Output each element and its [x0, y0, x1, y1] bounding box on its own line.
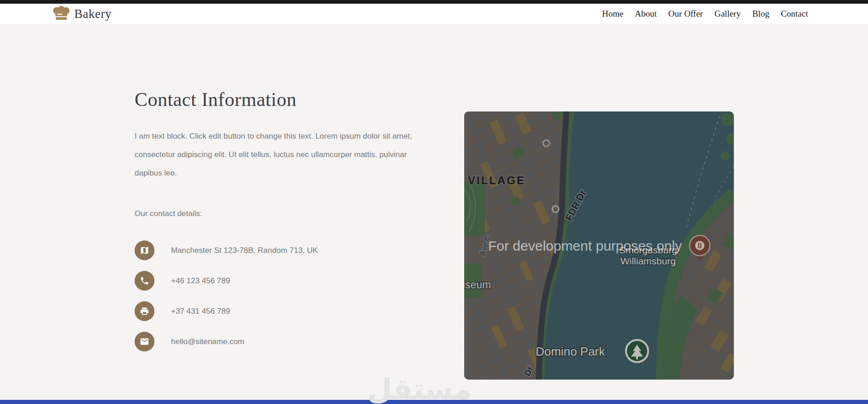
phone-icon: [135, 271, 154, 291]
contact-row-phone: +46 123 456 789: [135, 271, 434, 291]
chef-hat-icon: [52, 6, 71, 22]
site-logo[interactable]: Bakery: [52, 6, 112, 22]
nav-home[interactable]: Home: [602, 9, 623, 19]
nav-blog[interactable]: Blog: [752, 9, 769, 19]
content-area: Contact Information I am text block. Cli…: [0, 24, 868, 400]
google-map-embed[interactable]: VILLAGE FDR Dr Dr Ave C Museum Smorgasbu…: [464, 111, 734, 380]
page: Bakery Home About Our Offer Gallery Blog…: [0, 0, 868, 404]
intro-text: I am text block. Click edit button to ch…: [135, 127, 432, 182]
fax-text: +37 431 456 789: [171, 307, 230, 316]
fax-icon: [135, 301, 154, 321]
nav-contact[interactable]: Contact: [781, 9, 808, 19]
main-nav: Home About Our Offer Gallery Blog Contac…: [602, 9, 808, 19]
site-header: Bakery Home About Our Offer Gallery Blog…: [0, 4, 868, 24]
map-icon: [135, 240, 154, 260]
top-accent-bar: [0, 0, 868, 4]
contact-details-label: Our contact details:: [135, 209, 434, 218]
nav-our-offer[interactable]: Our Offer: [668, 9, 703, 19]
map-dev-watermark: For development purposes only: [488, 238, 682, 253]
contact-row-address: Manchester St 123-78B, Random 713, UK: [135, 240, 434, 260]
nav-about[interactable]: About: [635, 9, 657, 19]
contact-info-column: Contact Information I am text block. Cli…: [135, 88, 434, 351]
nav-gallery[interactable]: Gallery: [714, 9, 741, 19]
phone-text: +46 123 456 789: [171, 276, 230, 286]
page-title: Contact Information: [135, 88, 434, 111]
contact-row-email: hello@sitename.com: [135, 332, 434, 351]
email-icon: [135, 332, 154, 351]
address-text: Manchester St 123-78B, Random 713, UK: [171, 246, 318, 255]
contact-row-fax: +37 431 456 789: [135, 301, 434, 321]
email-text: hello@sitename.com: [171, 337, 244, 346]
contact-detail-list: Manchester St 123-78B, Random 713, UK +4…: [135, 240, 434, 351]
logo-text: Bakery: [74, 7, 112, 21]
